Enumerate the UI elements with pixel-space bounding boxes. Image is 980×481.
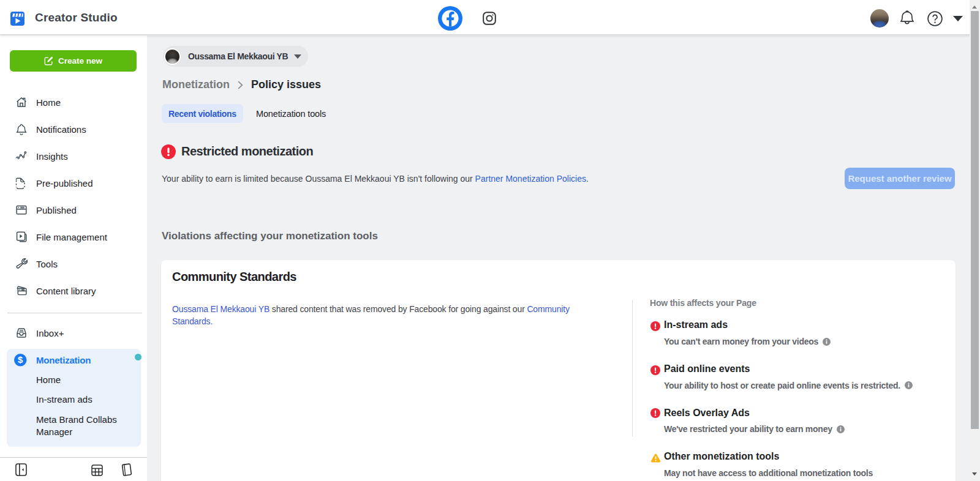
svg-text:$: $ <box>18 355 23 365</box>
